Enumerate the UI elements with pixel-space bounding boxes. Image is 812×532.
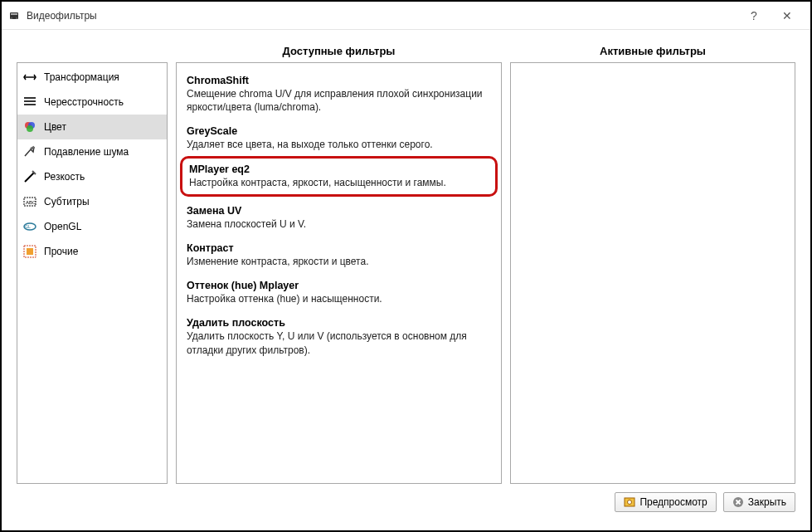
window-title: Видеофильтры <box>27 10 737 22</box>
svg-text:ABC: ABC <box>26 200 36 205</box>
filter-desc: Смещение chroma U/V для исправления плох… <box>187 87 491 114</box>
filter-mplayer-eq2[interactable]: MPlayer eq2 Настройка контраста, яркости… <box>180 156 498 197</box>
dialog-body: Трансформация Чересстрочность Цвет <box>2 30 810 530</box>
active-column: Активные фильтры <box>510 41 795 484</box>
category-misc[interactable]: Прочие <box>17 239 167 264</box>
filter-desc: Настройка оттенка (hue) и насыщенности. <box>187 292 491 305</box>
svg-text:GL: GL <box>25 224 31 229</box>
svg-rect-7 <box>24 104 36 105</box>
filter-name: MPlayer eq2 <box>189 164 489 175</box>
filter-name: GreyScale <box>187 125 491 137</box>
color-icon <box>22 120 37 134</box>
close-label: Закрыть <box>748 496 786 508</box>
preview-label: Предпросмотр <box>639 496 707 508</box>
transform-icon <box>22 70 37 85</box>
category-panel: Трансформация Чересстрочность Цвет <box>17 62 168 484</box>
category-interlace[interactable]: Чересстрочность <box>17 90 167 115</box>
svg-rect-1 <box>11 13 17 15</box>
interlace-icon <box>22 95 37 110</box>
available-header: Доступные фильтры <box>176 41 502 62</box>
filter-desc: Настройка контраста, яркости, насыщеннос… <box>189 176 489 189</box>
category-label: Чересстрочность <box>44 96 124 108</box>
filter-name: Замена UV <box>187 205 491 217</box>
available-panel: ChromaShift Смещение chroma U/V для испр… <box>176 62 502 484</box>
titlebar: Видеофильтры ? ✕ <box>2 2 810 30</box>
filter-greyscale[interactable]: GreyScale Удаляет все цвета, на выходе т… <box>185 120 493 158</box>
category-label: Цвет <box>44 121 66 133</box>
filter-desc: Изменение контраста, яркости и цвета. <box>187 255 491 268</box>
category-label: Трансформация <box>44 71 119 83</box>
misc-icon <box>22 244 37 259</box>
active-header: Активные фильтры <box>510 41 795 62</box>
footer: Предпросмотр Закрыть <box>17 484 795 524</box>
filter-name: ChromaShift <box>187 75 491 86</box>
filter-delete-plane[interactable]: Удалить плоскость Удалить плоскость Y, U… <box>185 312 493 363</box>
svg-point-10 <box>27 125 33 132</box>
close-window-button[interactable]: ✕ <box>771 2 804 29</box>
close-button[interactable]: Закрыть <box>723 492 795 512</box>
category-list: Трансформация Чересстрочность Цвет <box>17 63 167 266</box>
dialog-window: Видеофильтры ? ✕ Трансформация Чересстро… <box>0 0 812 532</box>
category-label: Резкость <box>44 171 85 183</box>
denoise-icon <box>22 144 37 159</box>
category-color[interactable]: Цвет <box>17 115 167 139</box>
preview-icon <box>624 496 635 508</box>
subtitles-icon: ABC <box>22 194 37 209</box>
filter-swap-uv[interactable]: Замена UV Замена плоскостей U и V. <box>185 200 493 237</box>
columns: Трансформация Чересстрочность Цвет <box>17 41 795 484</box>
svg-rect-17 <box>27 248 33 255</box>
category-label: Подавление шума <box>44 146 129 158</box>
available-column: Доступные фильтры ChromaShift Смещение c… <box>176 41 502 484</box>
filter-desc: Удаляет все цвета, на выходе только отте… <box>187 138 491 151</box>
filter-name: Контраст <box>187 242 491 254</box>
category-column: Трансформация Чересстрочность Цвет <box>17 41 168 484</box>
filter-name: Оттенок (hue) Mplayer <box>187 280 491 291</box>
category-subtitles[interactable]: ABC Субтитры <box>17 189 167 214</box>
app-icon <box>8 9 22 22</box>
close-icon <box>732 496 744 508</box>
help-button[interactable]: ? <box>737 2 771 29</box>
filter-desc: Удалить плоскость Y, U или V (использует… <box>187 329 491 356</box>
category-sharpness[interactable]: Резкость <box>17 164 167 189</box>
category-label: OpenGL <box>44 221 81 232</box>
category-denoise[interactable]: Подавление шума <box>17 139 167 164</box>
preview-button[interactable]: Предпросмотр <box>615 492 716 512</box>
available-filter-list: ChromaShift Смещение chroma U/V для испр… <box>177 63 501 370</box>
svg-point-2 <box>11 17 12 19</box>
sharpness-icon <box>22 169 37 184</box>
filter-name: Удалить плоскость <box>187 317 491 329</box>
filter-desc: Замена плоскостей U и V. <box>187 217 491 231</box>
svg-point-3 <box>16 17 17 19</box>
svg-rect-5 <box>24 97 36 99</box>
svg-point-19 <box>628 500 632 505</box>
category-opengl[interactable]: GL OpenGL <box>17 214 167 239</box>
category-label: Субтитры <box>44 196 90 207</box>
filter-chromashift[interactable]: ChromaShift Смещение chroma U/V для испр… <box>185 70 493 120</box>
filter-hue-mplayer[interactable]: Оттенок (hue) Mplayer Настройка оттенка … <box>185 275 493 312</box>
active-panel[interactable] <box>510 62 795 484</box>
filter-contrast[interactable]: Контраст Изменение контраста, яркости и … <box>185 237 493 275</box>
opengl-icon: GL <box>22 219 37 234</box>
category-label: Прочие <box>44 246 78 257</box>
category-transform[interactable]: Трансформация <box>17 65 167 90</box>
svg-rect-6 <box>24 100 36 102</box>
